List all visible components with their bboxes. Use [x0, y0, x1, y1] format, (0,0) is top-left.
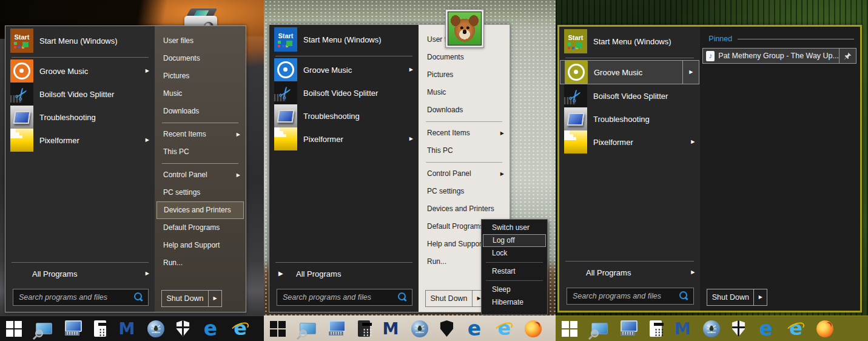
documents-item[interactable]: Documents — [419, 49, 510, 66]
windows-defender-icon[interactable] — [176, 320, 190, 337]
microsoft-edge-icon[interactable] — [757, 320, 775, 338]
run-item[interactable]: Run... — [155, 254, 246, 272]
microsoft-edge-icon[interactable] — [201, 320, 220, 338]
calculator-icon[interactable] — [358, 320, 370, 337]
all-programs-item[interactable]: All Programs — [269, 265, 419, 283]
malwarebytes-icon[interactable] — [382, 320, 400, 338]
internet-explorer-icon[interactable] — [787, 320, 805, 338]
internet-explorer-icon[interactable] — [231, 320, 249, 338]
downloads-item[interactable]: Downloads — [155, 103, 246, 120]
default-programs-item[interactable]: Default Programs — [155, 219, 246, 237]
shut-down-button[interactable]: Shut Down — [707, 289, 767, 306]
devices-and-printers-item-highlighted[interactable]: Devices and Printers — [156, 201, 244, 219]
help-and-support-item[interactable]: Help and Support — [155, 237, 246, 254]
program-label: Groove Music — [594, 68, 676, 77]
pictures-item[interactable]: Pictures — [155, 67, 246, 85]
remote-desktop-icon[interactable] — [620, 320, 638, 338]
program-item-boilsoft[interactable]: ✂ Boilsoft Video Splitter — [559, 84, 700, 107]
troubleshooting-icon — [564, 107, 587, 130]
user-files-item[interactable]: User files — [155, 32, 246, 50]
devices-and-printers-item[interactable]: Devices and Printers — [419, 200, 510, 218]
documents-item[interactable]: Documents — [155, 50, 246, 67]
downloads-item[interactable]: Downloads — [419, 101, 510, 119]
unpin-button[interactable] — [839, 49, 856, 63]
restart-item[interactable]: Restart — [482, 265, 547, 278]
submenu-arrow-icon — [237, 132, 240, 137]
program-item-troubleshooting[interactable]: Troubleshooting — [559, 107, 700, 130]
program-item-pixelformer[interactable]: Pixelformer — [269, 127, 419, 150]
start-menu-olive: Start Start Menu (Windows) Groove Music … — [557, 25, 862, 312]
switch-user-item[interactable]: Switch user — [482, 221, 547, 234]
sleep-item[interactable]: Sleep — [482, 283, 547, 296]
search-desktop-icon[interactable] — [298, 320, 317, 338]
lock-item[interactable]: Lock — [482, 247, 547, 260]
spybot-icon[interactable] — [147, 320, 164, 337]
program-item-pixelformer[interactable]: Pixelformer — [5, 129, 155, 152]
program-item-boilsoft[interactable]: ✂ Boilsoft Video Splitter — [5, 83, 155, 106]
music-item[interactable]: Music — [155, 85, 246, 103]
search-input[interactable] — [571, 291, 676, 301]
program-item-groove-music[interactable]: Groove Music — [269, 58, 419, 81]
submenu-arrow-icon — [500, 131, 504, 136]
search-box[interactable] — [13, 289, 149, 306]
shut-down-options-arrow-icon[interactable] — [754, 295, 767, 300]
microsoft-edge-icon[interactable] — [465, 320, 483, 338]
calculator-icon[interactable] — [650, 320, 662, 337]
malwarebytes-icon[interactable] — [673, 320, 691, 338]
program-label: Groove Music — [303, 66, 414, 75]
start-menu-title-item[interactable]: Start Start Menu (Windows) — [559, 27, 700, 56]
search-desktop-icon[interactable] — [35, 320, 53, 338]
all-programs-item[interactable]: All Programs — [5, 265, 155, 283]
spybot-icon[interactable] — [411, 320, 428, 337]
log-off-item-highlighted[interactable]: Log off — [483, 234, 546, 247]
windows-defender-icon[interactable] — [732, 320, 745, 337]
search-desktop-icon[interactable] — [590, 320, 608, 338]
shut-down-button[interactable]: Shut Down — [161, 290, 222, 307]
control-panel-label: Control Panel — [427, 169, 471, 178]
pictures-item[interactable]: Pictures — [419, 66, 510, 84]
search-input[interactable] — [281, 292, 394, 302]
all-programs-item[interactable]: All Programs — [559, 263, 700, 282]
malwarebytes-icon[interactable] — [118, 320, 136, 338]
start-menu-title-item[interactable]: Start Start Menu (Windows) — [269, 25, 419, 54]
user-avatar[interactable] — [445, 9, 484, 48]
control-panel-item[interactable]: Control Panel — [155, 166, 246, 184]
search-input[interactable] — [18, 292, 130, 302]
submenu-arrow-icon — [146, 138, 149, 143]
calculator-icon[interactable] — [94, 320, 106, 337]
windows-start-button[interactable] — [560, 320, 579, 338]
program-item-boilsoft[interactable]: ✂ Boilsoft Video Splitter — [269, 81, 419, 104]
jump-list-arrow-cell[interactable] — [682, 61, 699, 84]
recent-items-item[interactable]: Recent Items — [155, 126, 246, 143]
pinned-item-highlighted[interactable]: Pat Metheny Group - The Way Up... — [702, 48, 856, 64]
recent-items-item[interactable]: Recent Items — [419, 124, 510, 142]
pc-settings-item[interactable]: PC settings — [155, 184, 246, 201]
program-item-groove-music[interactable]: Groove Music — [5, 59, 155, 83]
spacer — [269, 150, 419, 260]
spybot-icon[interactable] — [703, 320, 720, 337]
windows-defender-icon[interactable] — [440, 320, 454, 337]
this-pc-item[interactable]: This PC — [155, 143, 246, 161]
windows-start-button[interactable] — [5, 320, 23, 338]
firefox-icon[interactable] — [525, 320, 542, 337]
control-panel-item[interactable]: Control Panel — [419, 165, 510, 183]
music-item[interactable]: Music — [419, 84, 510, 101]
program-item-troubleshooting[interactable]: Troubleshooting — [5, 106, 155, 129]
hibernate-item[interactable]: Hibernate — [482, 296, 547, 309]
windows-start-button[interactable] — [269, 320, 287, 338]
shut-down-button[interactable]: Shut Down — [425, 290, 486, 307]
start-menu-title-item[interactable]: Start Start Menu (Windows) — [5, 26, 155, 55]
pushpin-icon — [844, 52, 852, 60]
this-pc-item[interactable]: This PC — [419, 142, 510, 160]
internet-explorer-icon[interactable] — [495, 320, 513, 338]
pc-settings-item[interactable]: PC settings — [419, 183, 510, 200]
search-box[interactable] — [277, 289, 412, 306]
remote-desktop-icon[interactable] — [64, 320, 82, 338]
search-box[interactable] — [567, 288, 694, 305]
program-item-troubleshooting[interactable]: Troubleshooting — [269, 104, 419, 127]
program-item-pixelformer[interactable]: Pixelformer — [559, 130, 700, 154]
shut-down-options-arrow-icon[interactable] — [209, 296, 221, 301]
program-item-groove-music-highlighted[interactable]: Groove Music — [560, 60, 699, 84]
remote-desktop-icon[interactable] — [328, 320, 346, 338]
firefox-icon[interactable] — [816, 320, 833, 337]
